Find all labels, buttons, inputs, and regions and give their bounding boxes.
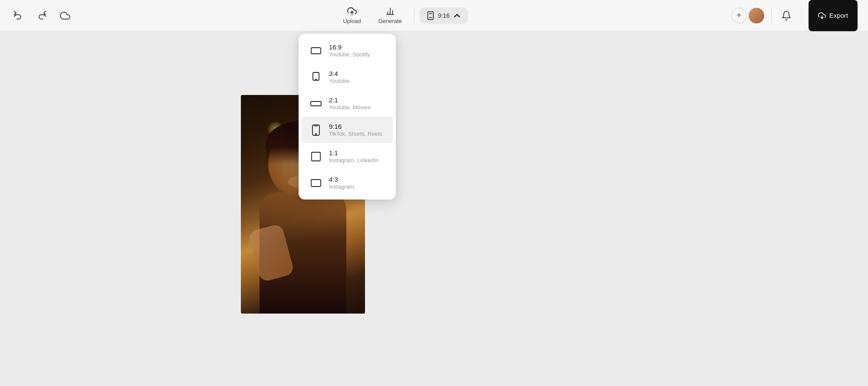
svg-rect-5 <box>427 11 433 19</box>
aspect-icon-9-16 <box>310 124 322 136</box>
aspect-ratio-9-16: 9:16 <box>329 123 382 130</box>
svg-point-11 <box>316 79 316 80</box>
aspect-text-4-3: 4:3 Instagram <box>329 176 354 190</box>
aspect-platforms-4-3: Instagram <box>329 183 354 190</box>
upload-button[interactable]: Upload <box>336 4 368 27</box>
aspect-platforms-3-4: Youtube <box>329 78 349 84</box>
undo-button[interactable] <box>10 8 26 23</box>
toolbar-center: Upload Generate 9:16 <box>73 4 731 27</box>
add-button[interactable]: + <box>731 8 747 23</box>
aspect-ratio-1-1: 1:1 <box>329 149 378 157</box>
aspect-ratio-label: 9:16 <box>438 12 450 19</box>
aspect-icon-16-9 <box>310 45 322 57</box>
aspect-icon-1-1 <box>310 150 322 163</box>
aspect-ratio-16-9: 16:9 <box>329 43 370 51</box>
aspect-platforms-2-1: Youtube, Movies <box>329 104 371 111</box>
toolbar-divider <box>414 8 414 23</box>
avatar[interactable] <box>749 8 764 23</box>
aspect-ratio-button[interactable]: 9:16 <box>420 7 468 24</box>
aspect-option-3-4[interactable]: 3:4 Youtube <box>301 64 393 90</box>
aspect-platforms-1-1: Instagram, LinkedIn <box>329 157 378 164</box>
toolbar-left <box>10 8 73 23</box>
aspect-option-2-1[interactable]: 2:1 Youtube, Movies <box>301 90 393 117</box>
right-divider <box>771 8 772 23</box>
redo-button[interactable] <box>34 8 49 23</box>
chevron-up-icon <box>452 11 462 20</box>
aspect-text-2-1: 2:1 Youtube, Movies <box>329 96 371 111</box>
aspect-platforms-9-16: TikTok, Shorts, Reels <box>329 131 382 137</box>
aspect-icon-4-3 <box>310 177 322 189</box>
aspect-ratio-4-3: 4:3 <box>329 176 354 183</box>
svg-rect-9 <box>311 48 321 54</box>
aspect-ratio-2-1: 2:1 <box>329 96 371 104</box>
aspect-text-3-4: 3:4 Youtube <box>329 70 349 84</box>
aspect-option-16-9[interactable]: 16:9 Youtube, Spotify <box>301 37 393 64</box>
cloud-save-button[interactable] <box>57 8 73 23</box>
toolbar: Upload Generate 9:16 + <box>0 0 868 31</box>
aspect-option-9-16[interactable]: 9:16 TikTok, Shorts, Reels <box>301 117 393 143</box>
export-label: Export <box>829 12 848 19</box>
aspect-option-4-3[interactable]: 4:3 Instagram <box>301 170 393 196</box>
right-divider-2 <box>801 8 802 23</box>
generate-label: Generate <box>378 18 402 24</box>
aspect-ratio-dropdown: 16:9 Youtube, Spotify 3:4 Youtube 2:1 Yo… <box>299 34 396 200</box>
canvas-area <box>0 31 868 386</box>
export-button[interactable]: Export <box>809 0 858 31</box>
notification-button[interactable] <box>779 8 794 23</box>
upload-label: Upload <box>343 18 361 24</box>
aspect-icon-2-1 <box>310 98 322 110</box>
svg-point-14 <box>316 134 316 134</box>
svg-rect-16 <box>312 152 320 161</box>
aspect-option-1-1[interactable]: 1:1 Instagram, LinkedIn <box>301 143 393 170</box>
aspect-text-9-16: 9:16 TikTok, Shorts, Reels <box>329 123 382 137</box>
generate-button[interactable]: Generate <box>372 4 409 27</box>
aspect-icon-3-4 <box>310 71 322 83</box>
aspect-text-16-9: 16:9 Youtube, Spotify <box>329 43 370 58</box>
aspect-ratio-3-4: 3:4 <box>329 70 349 77</box>
aspect-platforms-16-9: Youtube, Spotify <box>329 51 370 58</box>
aspect-text-1-1: 1:1 Instagram, LinkedIn <box>329 149 378 164</box>
svg-rect-12 <box>311 101 321 106</box>
svg-rect-17 <box>311 180 321 186</box>
toolbar-right: + Export <box>731 0 858 31</box>
